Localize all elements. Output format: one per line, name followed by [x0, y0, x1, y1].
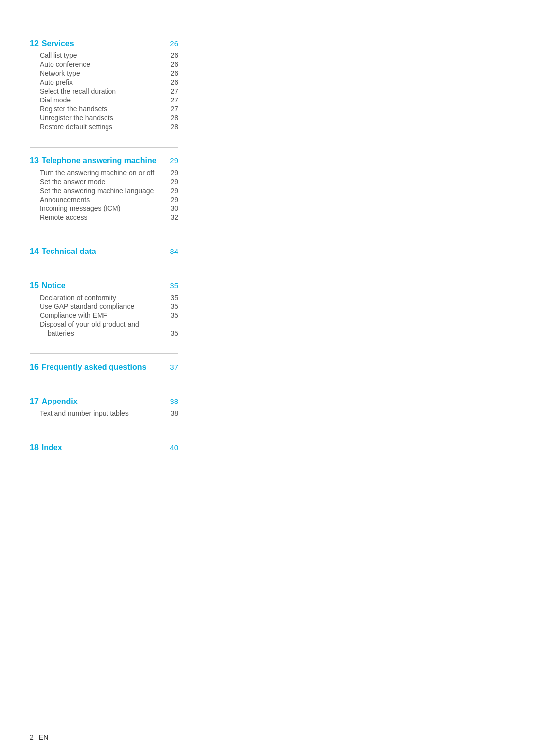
section-16: 16Frequently asked questions 37: [30, 353, 178, 372]
section-title-18[interactable]: 18Index: [30, 443, 62, 452]
list-item: Incoming messages (ICM) 30: [30, 204, 178, 213]
list-item: Auto prefix 26: [30, 78, 178, 87]
section-divider-18: [30, 434, 178, 434]
list-item: Use GAP standard compliance 35: [30, 302, 178, 311]
section-items-13: Turn the answering machine on or off 29 …: [30, 168, 178, 222]
section-title-16[interactable]: 16Frequently asked questions: [30, 363, 146, 372]
list-item: Disposal of your old product and: [30, 320, 178, 329]
section-divider-15: [30, 272, 178, 272]
section-header-16: 16Frequently asked questions 37: [30, 363, 178, 372]
section-17: 17Appendix 38 Text and number input tabl…: [30, 388, 178, 418]
section-divider-17: [30, 388, 178, 388]
section-header-15: 15Notice 35: [30, 281, 178, 290]
list-item: Set the answer mode 29: [30, 177, 178, 186]
section-header-17: 17Appendix 38: [30, 397, 178, 406]
list-item: Unregister the handsets 28: [30, 113, 178, 122]
section-15: 15Notice 35 Declaration of conformity 35…: [30, 272, 178, 338]
list-item: Auto conference 26: [30, 60, 178, 69]
list-item: Set the answering machine language 29: [30, 186, 178, 195]
list-item: Network type 26: [30, 69, 178, 78]
section-title-17[interactable]: 17Appendix: [30, 397, 78, 406]
list-item: Dial mode 27: [30, 96, 178, 104]
section-header-12: 12Services 26: [30, 39, 178, 48]
section-divider-13: [30, 147, 178, 148]
list-item: Select the recall duration 27: [30, 87, 178, 96]
section-divider-14: [30, 238, 178, 238]
section-title-15[interactable]: 15Notice: [30, 281, 66, 290]
section-12: 12Services 26 Call list type 26 Auto con…: [30, 30, 178, 131]
list-item: Register the handsets 27: [30, 104, 178, 113]
footer-page-number: 2: [30, 733, 34, 741]
section-title-12[interactable]: 12Services: [30, 39, 74, 48]
section-14: 14Technical data 34: [30, 238, 178, 256]
footer-language: EN: [39, 733, 48, 741]
section-items-15: Declaration of conformity 35 Use GAP sta…: [30, 293, 178, 338]
section-title-13[interactable]: 13Telephone answering machine: [30, 156, 157, 165]
list-item: batteries 35: [30, 329, 178, 338]
list-item: Compliance with EMF 35: [30, 311, 178, 320]
section-divider-12: [30, 30, 178, 30]
page-footer: 2 EN: [30, 733, 48, 741]
list-item: Text and number input tables 38: [30, 409, 178, 418]
section-title-14[interactable]: 14Technical data: [30, 247, 96, 256]
list-item: Call list type 26: [30, 51, 178, 60]
section-header-13: 13Telephone answering machine 29: [30, 156, 178, 165]
list-item: Announcements 29: [30, 195, 178, 204]
section-header-18: 18Index 40: [30, 443, 178, 452]
list-item: Declaration of conformity 35: [30, 293, 178, 302]
section-18: 18Index 40: [30, 434, 178, 452]
section-items-12: Call list type 26 Auto conference 26 Net…: [30, 51, 178, 131]
list-item: Restore default settings 28: [30, 122, 178, 131]
section-header-14: 14Technical data 34: [30, 247, 178, 256]
list-item: Remote access 32: [30, 213, 178, 222]
table-of-contents: 12Services 26 Call list type 26 Auto con…: [0, 0, 208, 498]
list-item: Turn the answering machine on or off 29: [30, 168, 178, 177]
section-13: 13Telephone answering machine 29 Turn th…: [30, 147, 178, 222]
section-divider-16: [30, 353, 178, 354]
section-items-17: Text and number input tables 38: [30, 409, 178, 418]
